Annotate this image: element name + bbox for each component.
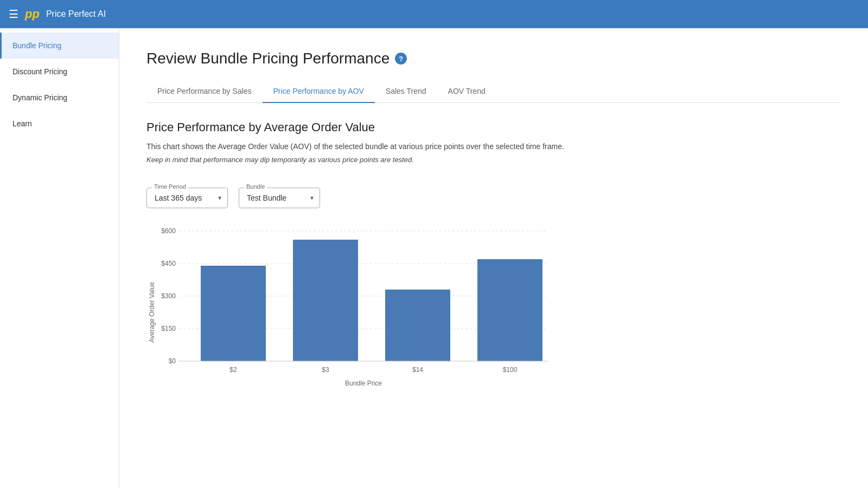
time-period-select-wrapper: Last 30 days Last 90 days Last 365 days bbox=[146, 188, 228, 208]
bar-label-3: $3 bbox=[322, 366, 329, 374]
bar-label-14: $14 bbox=[412, 366, 423, 374]
main-content: Review Bundle Pricing Performance ? Pric… bbox=[119, 28, 868, 488]
tabs-container: Price Performance by Sales Price Perform… bbox=[146, 80, 841, 103]
bundle-select-wrapper: Test Bundle bbox=[239, 188, 320, 208]
time-period-filter: Time Period Last 30 days Last 90 days La… bbox=[146, 179, 228, 208]
tab-aov-trend[interactable]: AOV Trend bbox=[437, 80, 496, 103]
tick-300: $300 bbox=[161, 292, 176, 300]
menu-icon[interactable]: ☰ bbox=[9, 8, 18, 21]
section-title: Price Performance by Average Order Value bbox=[146, 120, 841, 134]
sidebar-item-discount-pricing[interactable]: Discount Pricing bbox=[0, 59, 119, 85]
bar-14 bbox=[385, 290, 450, 361]
tick-150: $150 bbox=[161, 325, 176, 332]
x-axis-label: Bundle Price bbox=[345, 380, 382, 387]
bundle-filter: Bundle Test Bundle bbox=[239, 179, 320, 208]
logo-icon: pp bbox=[25, 7, 40, 21]
bar-100 bbox=[477, 259, 542, 361]
bundle-select[interactable]: Test Bundle bbox=[239, 188, 320, 208]
bundle-label: Bundle bbox=[244, 183, 267, 190]
app-title: Price Perfect AI bbox=[46, 9, 106, 19]
sidebar: Bundle Pricing Discount Pricing Dynamic … bbox=[0, 28, 119, 488]
section-note: Keep in mind that performance may dip te… bbox=[146, 156, 841, 164]
bar-2 bbox=[201, 266, 266, 361]
filters-container: Time Period Last 30 days Last 90 days La… bbox=[146, 179, 841, 208]
topbar: ☰ pp Price Perfect AI bbox=[0, 0, 868, 28]
layout: Bundle Pricing Discount Pricing Dynamic … bbox=[0, 28, 868, 488]
bar-chart: Average Order Value $0 $150 $300 $450 $6… bbox=[146, 226, 559, 388]
section-description: This chart shows the Average Order Value… bbox=[146, 141, 841, 152]
tick-0: $0 bbox=[169, 357, 176, 365]
page-title-container: Review Bundle Pricing Performance ? bbox=[146, 50, 841, 67]
tab-by-aov[interactable]: Price Performance by AOV bbox=[263, 80, 375, 103]
tick-600: $600 bbox=[161, 227, 176, 235]
page-title: Review Bundle Pricing Performance bbox=[146, 50, 390, 67]
time-period-label: Time Period bbox=[152, 183, 188, 190]
help-icon[interactable]: ? bbox=[395, 53, 407, 65]
sidebar-item-bundle-pricing[interactable]: Bundle Pricing bbox=[0, 33, 119, 59]
time-period-select[interactable]: Last 30 days Last 90 days Last 365 days bbox=[146, 188, 228, 208]
sidebar-item-learn[interactable]: Learn bbox=[0, 111, 119, 137]
tab-sales-trend[interactable]: Sales Trend bbox=[375, 80, 437, 103]
bar-label-100: $100 bbox=[503, 366, 518, 374]
chart-container: Average Order Value $0 $150 $300 $450 $6… bbox=[146, 226, 559, 390]
tick-450: $450 bbox=[161, 260, 176, 267]
y-axis-label: Average Order Value bbox=[148, 282, 156, 343]
tab-by-sales[interactable]: Price Performance by Sales bbox=[146, 80, 263, 103]
bar-3 bbox=[293, 240, 358, 361]
sidebar-item-dynamic-pricing[interactable]: Dynamic Pricing bbox=[0, 85, 119, 111]
bar-label-2: $2 bbox=[229, 366, 237, 374]
